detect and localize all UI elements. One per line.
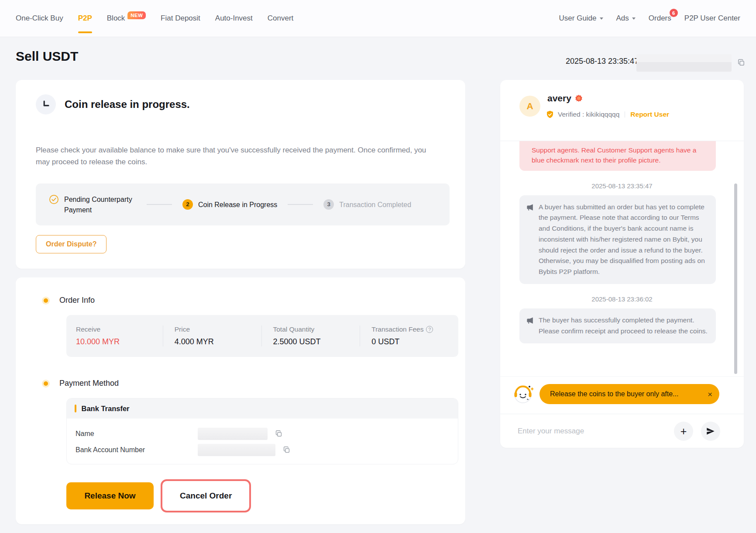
nav-fiat-deposit[interactable]: Fiat Deposit bbox=[161, 14, 200, 23]
nav-user-guide[interactable]: User Guide bbox=[559, 14, 603, 23]
counterparty-name[interactable]: avery bbox=[547, 93, 571, 104]
help-icon[interactable]: ? bbox=[426, 326, 433, 333]
nav-block[interactable]: Block NEW bbox=[107, 14, 146, 23]
nav-p2p[interactable]: P2P bbox=[78, 14, 92, 23]
message-timestamp: 2025-08-13 23:35:47 bbox=[500, 182, 744, 190]
divider bbox=[625, 111, 625, 118]
message-input[interactable] bbox=[518, 423, 666, 440]
order-status-card: Coin release in progress. Please check y… bbox=[16, 80, 465, 269]
nav-p2p-user-center[interactable]: P2P User Center bbox=[684, 14, 740, 23]
payment-method-card: Bank Transfer Name Bank Account Number bbox=[66, 398, 458, 464]
field-receive: Receive 10.000 MYR bbox=[66, 325, 163, 346]
bot-tip-pill[interactable]: Release the coins to the buyer only afte… bbox=[540, 384, 719, 404]
payment-row-name: Name bbox=[76, 426, 449, 442]
order-info-strip: Receive 10.000 MYR Price 4.000 MYR Total… bbox=[66, 315, 458, 357]
order-dispute-button[interactable]: Order Dispute? bbox=[36, 235, 107, 253]
medal-badge-icon bbox=[575, 94, 583, 102]
cancel-order-button[interactable]: Cancel Order bbox=[161, 479, 251, 512]
nav-auto-invest[interactable]: Auto-Invest bbox=[215, 14, 253, 23]
field-price: Price 4.000 MYR bbox=[163, 325, 261, 346]
copy-icon[interactable] bbox=[282, 446, 291, 454]
copy-icon[interactable] bbox=[737, 58, 746, 67]
order-timestamp: 2025-08-13 23:35:47 bbox=[566, 57, 639, 66]
verified-shield-icon bbox=[546, 110, 554, 119]
status-title: Coin release in progress. bbox=[65, 98, 190, 111]
price-value: 4.000 MYR bbox=[175, 337, 261, 346]
avatar[interactable]: A bbox=[519, 96, 540, 117]
attach-button[interactable]: + bbox=[674, 422, 693, 441]
bot-avatar-icon bbox=[512, 383, 534, 407]
send-icon bbox=[706, 426, 715, 436]
clock-icon bbox=[36, 94, 56, 114]
step-coin-release: 2 Coin Release in Progress bbox=[182, 199, 277, 210]
bullet-dot-icon bbox=[44, 298, 48, 303]
chat-message-list[interactable]: Support agents. Real Customer Support ag… bbox=[500, 141, 744, 376]
scam-warning-message: Support agents. Real Customer Support ag… bbox=[519, 141, 716, 171]
check-circle-icon bbox=[49, 194, 59, 204]
redacted-name-value bbox=[198, 428, 268, 440]
chat-scrollbar[interactable] bbox=[734, 183, 737, 374]
accent-bar bbox=[75, 405, 76, 412]
chevron-down-icon bbox=[600, 17, 603, 20]
step-number: 3 bbox=[323, 199, 334, 210]
step-number: 2 bbox=[182, 199, 193, 210]
new-badge: NEW bbox=[127, 11, 146, 19]
page-title: Sell USDT bbox=[16, 49, 78, 64]
top-navigation: One-Click Buy P2P Block NEW Fiat Deposit… bbox=[0, 0, 756, 37]
receive-value: 10.000 MYR bbox=[76, 337, 163, 346]
message-timestamp: 2025-08-13 23:36:02 bbox=[500, 295, 744, 303]
redacted-account-number bbox=[198, 444, 275, 456]
nav-ads[interactable]: Ads bbox=[616, 14, 636, 23]
bullet-dot-icon bbox=[44, 381, 48, 386]
bot-tip-text: Release the coins to the buyer only afte… bbox=[550, 390, 704, 398]
nav-convert[interactable]: Convert bbox=[268, 14, 294, 23]
chat-header: A avery Verified : kikikiqqqqq Report Us… bbox=[500, 80, 744, 141]
nav-one-click-buy[interactable]: One-Click Buy bbox=[16, 14, 63, 23]
payment-method-name: Bank Transfer bbox=[82, 405, 130, 413]
field-total-quantity: Total Quantity 2.5000 USDT bbox=[261, 325, 360, 346]
system-message: The buyer has successfully completed the… bbox=[519, 308, 716, 343]
copy-icon[interactable] bbox=[275, 429, 283, 438]
report-user-link[interactable]: Report User bbox=[630, 111, 669, 118]
megaphone-icon bbox=[526, 203, 534, 211]
bot-tip-row: Release the coins to the buyer only afte… bbox=[500, 376, 744, 414]
active-tab-underline bbox=[78, 31, 92, 33]
payment-method-heading: Payment Method bbox=[44, 379, 119, 388]
redacted-order-number bbox=[636, 54, 732, 72]
step-transaction-completed: 3 Transaction Completed bbox=[323, 199, 411, 210]
nav-orders[interactable]: Orders 6 bbox=[649, 14, 671, 23]
step-connector bbox=[147, 204, 172, 205]
payment-method-header: Bank Transfer bbox=[67, 398, 458, 419]
payment-row-account: Bank Account Number bbox=[76, 442, 449, 458]
order-details-card: Order Info Receive 10.000 MYR Price 4.00… bbox=[16, 277, 465, 524]
release-now-button[interactable]: Release Now bbox=[66, 482, 154, 509]
field-transaction-fees: Transaction Fees ? 0 USDT bbox=[360, 325, 458, 346]
transaction-fees-value: 0 USDT bbox=[371, 337, 458, 346]
chevron-down-icon bbox=[632, 17, 636, 20]
order-info-heading: Order Info bbox=[44, 296, 95, 305]
megaphone-icon bbox=[526, 316, 534, 325]
orders-count-badge: 6 bbox=[670, 9, 678, 17]
progress-steps: Pending Counterparty Payment 2 Coin Rele… bbox=[36, 183, 450, 225]
close-icon[interactable]: × bbox=[708, 390, 712, 398]
send-button[interactable] bbox=[701, 422, 720, 441]
nav-right: User Guide Ads Orders 6 P2P User Center bbox=[559, 14, 740, 23]
total-quantity-value: 2.5000 USDT bbox=[273, 337, 360, 346]
chat-panel: A avery Verified : kikikiqqqqq Report Us… bbox=[500, 80, 744, 448]
p2p-sell-order-page: One-Click Buy P2P Block NEW Fiat Deposit… bbox=[0, 0, 756, 533]
nav-left: One-Click Buy P2P Block NEW Fiat Deposit… bbox=[16, 14, 293, 23]
system-message: A buyer has submitted an order but has y… bbox=[519, 195, 716, 284]
status-description: Please check your available balance to m… bbox=[36, 145, 442, 168]
step-pending-payment: Pending Counterparty Payment bbox=[49, 194, 136, 215]
step-connector bbox=[288, 204, 313, 205]
chat-input-row: + bbox=[500, 414, 744, 448]
verified-label: Verified : kikikiqqqqq bbox=[558, 111, 619, 118]
